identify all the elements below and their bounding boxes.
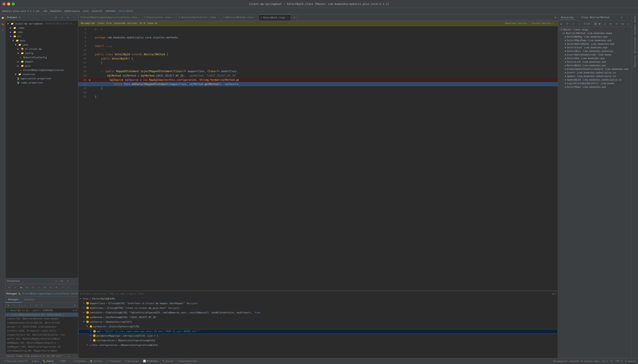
structure-close-btn[interactable]: — xyxy=(71,278,76,284)
build-btn[interactable]: 🔨 Build xyxy=(161,359,175,363)
breadcrumb-item[interactable]: methods xyxy=(106,10,116,12)
step-over-btn[interactable]: ↷ xyxy=(12,303,17,308)
frame-item[interactable]: forEach:1259, ArrayList (java.util) xyxy=(6,329,78,333)
hierarchy-side-label[interactable]: Hierarchy xyxy=(634,54,636,68)
navigate-link[interactable]: Navigate xyxy=(187,302,198,305)
tree-item-root[interactable]: ▼ 📁 itcast-mp-springboot ~/Desktop/项目/it… xyxy=(6,22,78,26)
h-btn8[interactable]: ◀ xyxy=(620,21,625,26)
h-item-selectobjs[interactable]: ● SelectObjs (com.baomidou.mybatisp xyxy=(559,49,631,53)
breadcrumb-item[interactable]: mybatisplus xyxy=(65,10,80,12)
switch-frames-close[interactable]: ✕ xyxy=(69,355,70,357)
breadcrumb-item[interactable]: core xyxy=(83,10,89,12)
run-to-cursor-btn[interactable]: →| xyxy=(34,303,39,308)
restore-layout-btn[interactable]: ⊞ xyxy=(73,303,77,308)
lf-indicator[interactable]: LF xyxy=(610,360,613,362)
frame-item[interactable]: addMapper:104, MybatisConfiguration (d xyxy=(6,345,78,349)
problems-btn[interactable]: ⚠ Problems xyxy=(71,359,87,363)
tab-isqlinjector[interactable]: C ISqlInjector.class ✕ xyxy=(142,14,177,21)
var-row-modelclass[interactable]: ▶ modelClass = {Class@5709} "class cn.it… xyxy=(78,306,558,311)
breadcrumb-item[interactable]: mybatis-plus-core-3.1.1.jar xyxy=(2,10,40,12)
h-item-selectcount[interactable]: ● SelectCount (com.baomidou.myb xyxy=(559,46,631,49)
var-row-sqlsource[interactable]: ▼ sqlSource = {RawSqlSource@7167} xyxy=(78,320,558,324)
tree-item-main[interactable]: ▼ 📁 main xyxy=(6,38,78,42)
h-item-abstractmethod[interactable]: ▼ A AbstractMethod (com.baomidou.myba xyxy=(559,32,631,35)
structure-alpha-btn[interactable]: Az xyxy=(60,278,65,284)
breadcrumb-item[interactable]: baomidou xyxy=(50,10,61,12)
h-item-selectone[interactable]: ● SelectOne (com.baomidou.myb xyxy=(559,56,631,60)
structure-gear-btn[interactable]: ⚙ xyxy=(66,278,71,284)
scope-selector[interactable]: All xyxy=(592,22,601,26)
tab-close-btn[interactable]: ✕ xyxy=(218,16,219,18)
tab-settings-btn[interactable]: ⚙ xyxy=(292,14,297,21)
project-dropdown-icon[interactable]: ▼ xyxy=(19,16,21,19)
encoding-indicator[interactable]: UTF-8 xyxy=(616,360,622,362)
hierarchy-close-btn[interactable]: — xyxy=(625,15,630,20)
h-item-updatebyid[interactable]: ● UpdateById (com.baomidou.mybatisplus.c… xyxy=(559,78,631,82)
frame-item[interactable]: parse:122, MybatisMapperAnnotationBuil xyxy=(6,337,78,341)
h-btn6[interactable]: ⊞ xyxy=(608,21,613,26)
h-item-deletebymap[interactable]: ● DeleteByMap (com.baomidou.myb xyxy=(559,35,631,38)
struct-btn6[interactable]: ▷ xyxy=(36,285,41,290)
eval-settings-btn[interactable]: ⚙ xyxy=(552,292,554,296)
h-item-insertbatch[interactable]: ● InsertBatchSomeColumn (com.baomi xyxy=(559,53,631,56)
tab-abstractsqlinjector[interactable]: C AbstractSqlInjector.class ✕ xyxy=(177,14,222,21)
h-item-insert[interactable]: ● Insert (com.baomidou.mybatisplus.co xyxy=(559,71,631,74)
frame-item[interactable]: → injectMappedStatement:40, SelectById ( xyxy=(6,313,78,317)
frame-item[interactable]: inspectInject:55, AbstractSqlInjector (c… xyxy=(6,333,78,337)
debug-session-label[interactable]: ItcastMpSpringbootApplicationTests.testS… xyxy=(22,292,78,295)
h-item-selectmaps[interactable]: ● SelectMaps (com.baomidou.myb xyxy=(559,85,631,89)
run-btn[interactable]: ▶ Run xyxy=(30,359,40,363)
tab-close-btn[interactable]: ✕ xyxy=(139,16,140,18)
h-item-object[interactable]: ▼ C Object (java.lang) xyxy=(559,28,631,32)
h-btn9[interactable]: ◁ xyxy=(626,21,631,26)
tab-hierarchy[interactable]: Hierarchy xyxy=(560,16,575,20)
var-row-this-configuration[interactable]: ▶ ∞ this.configuration = {MybatisConfigu… xyxy=(78,343,558,348)
struct-btn8[interactable]: ⊙ xyxy=(48,285,53,290)
version-control-btn[interactable]: ⎇ Version Control xyxy=(2,359,30,363)
h-btn1[interactable]: ▶ xyxy=(559,21,564,26)
h-item-update[interactable]: ● Update (com.baomidou.mybatisplus.co xyxy=(559,74,631,78)
tree-item-config[interactable]: ▼ 📁 config xyxy=(6,51,78,55)
h-item-alwaysupdate[interactable]: ● AlwaysUpdateSomeColumnById (com.baomid… xyxy=(559,67,631,71)
notifications-label[interactable]: Notifications xyxy=(634,36,636,54)
tree-item-app[interactable]: ☕ ItcastMpSpringbootApplication xyxy=(6,68,78,72)
var-row-parametermappings[interactable]: ▶ parameterMappings = {ArrayList@7172} s… xyxy=(78,334,558,338)
tree-item-log4j[interactable]: 🍃 log4j.properties xyxy=(6,80,78,85)
thread-filter-btn[interactable]: ⊡ xyxy=(73,309,74,312)
project-toolbar-btn2[interactable]: ≡ xyxy=(60,15,65,20)
tab-console[interactable]: Console xyxy=(22,296,37,303)
datasources-label[interactable]: Database xyxy=(634,24,636,36)
h-btn2[interactable]: ⟳ xyxy=(565,21,570,26)
breadcrumb-item[interactable]: injector xyxy=(92,10,103,12)
tab-applicationtests[interactable]: J ItcastMpSpringbootApplicationTests.jav… xyxy=(78,14,142,21)
project-toolbar-close[interactable]: — xyxy=(71,15,76,20)
maximize-button[interactable] xyxy=(12,2,15,6)
tab-close-btn[interactable]: ✕ xyxy=(287,16,288,19)
struct-btn5[interactable]: ⊕ xyxy=(30,285,36,290)
tab-close-btn[interactable]: ✕ xyxy=(255,16,257,18)
project-toolbar-btn1[interactable]: ⊞ xyxy=(54,15,59,20)
close-button[interactable] xyxy=(3,2,6,6)
struct-btn4[interactable]: ◎ xyxy=(25,285,30,290)
step-out-btn[interactable]: ↑ xyxy=(28,303,33,308)
dependencies-btn[interactable]: ⬡ Dependencies xyxy=(176,359,199,363)
project-icon-btn[interactable]: 📁 xyxy=(0,15,5,20)
tab-abstractmethod[interactable]: C AbstractMethod.class ✕ xyxy=(221,14,259,21)
breadcrumb-active[interactable]: SelectById xyxy=(119,10,133,12)
tree-item-resources[interactable]: ▼ 📁 resources xyxy=(6,72,78,76)
breadcrumb-item[interactable]: com xyxy=(43,10,47,12)
var-row-tableinfo[interactable]: ▶ tableInfo = {TableInfo@6138} "TableInf… xyxy=(78,311,558,315)
h-btn7[interactable]: ≡ xyxy=(614,21,619,26)
var-row-this[interactable]: ▶ this = {SelectById@6140} xyxy=(78,297,558,301)
bookmarks-icon-btn[interactable]: 🔖 xyxy=(0,22,5,26)
struct-btn11[interactable]: ↓ xyxy=(66,285,71,290)
spaces-indicator[interactable]: 4 spaces xyxy=(625,360,636,362)
editor-maximize-btn[interactable]: ⊞ xyxy=(555,16,556,19)
tree-item-pojo[interactable]: ▶ 📁 pojo xyxy=(6,64,78,68)
hierarchy-gear-btn[interactable]: ⚙ xyxy=(619,15,624,20)
tree-item-java[interactable]: ▼ 📁 java xyxy=(6,42,78,47)
h-btn4[interactable]: ↓ xyxy=(577,21,582,26)
view-link[interactable]: View xyxy=(255,311,260,314)
code-content[interactable]: 1 /.../ 5 6 package com.baomidou.mybatis… xyxy=(78,26,558,290)
struct-btn7[interactable]: ⊗ xyxy=(42,285,47,290)
